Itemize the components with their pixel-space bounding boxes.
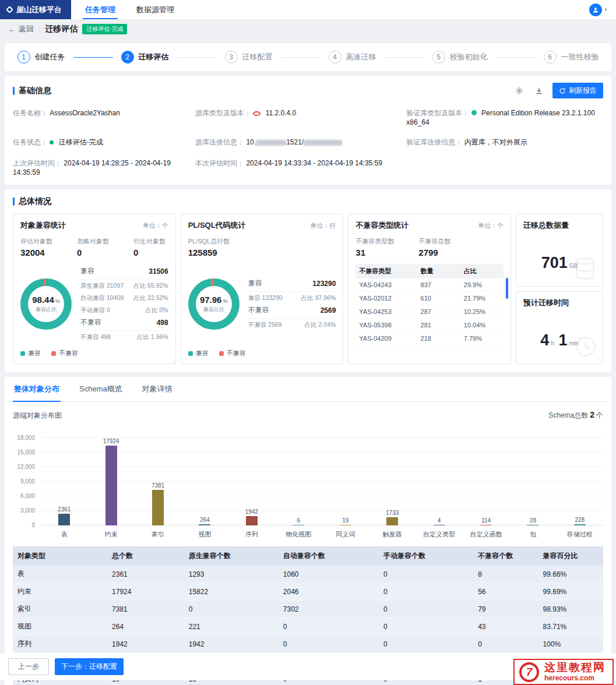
card-title: 预计迁移时间 bbox=[523, 298, 569, 308]
field-value: 11.2.0.4.0 bbox=[266, 109, 297, 117]
table-cell: 99.69% bbox=[538, 583, 603, 601]
object-compat-card: 对象兼容统计 单位：个 评估对象数 32004 忽略对象数 0 衍生对象数 0 bbox=[13, 214, 176, 364]
table-cell: 视图 bbox=[13, 618, 107, 635]
bar-category-label: 同义词 bbox=[336, 530, 355, 539]
masked-text bbox=[256, 140, 286, 146]
tab-schema-overview[interactable]: Schema概览 bbox=[78, 377, 124, 401]
overview-title: 总体情况 bbox=[19, 196, 51, 207]
divider: | bbox=[38, 25, 40, 33]
legend-swatch-incompat bbox=[219, 351, 224, 356]
bar-plot-area: 2361表17924约束7381索引264视图1942序列6物化视图19同义词1… bbox=[41, 438, 603, 525]
bar bbox=[434, 525, 445, 525]
oracle-db-icon bbox=[253, 111, 261, 116]
migration-volume-card: 迁移总数据量 701GB bbox=[516, 214, 603, 287]
nav-tab-task-management[interactable]: 任务管理 bbox=[83, 0, 118, 19]
step-high-speed-migrate[interactable]: 4 高速迁移 bbox=[329, 51, 376, 63]
field-label: 验证库类型及版本： bbox=[406, 109, 469, 117]
step-number: 2 bbox=[121, 51, 134, 63]
incompat-cell: 218 bbox=[417, 332, 460, 345]
bar-column: 2361表 bbox=[41, 438, 87, 525]
table-cell: 8 bbox=[473, 566, 538, 583]
basic-info-panel: 基础信息 刷新报告 任务名称： AssessOracle2Y bbox=[5, 76, 611, 185]
field-label: 源库类型及版本： bbox=[195, 109, 251, 117]
prev-step-button[interactable]: 上一步 bbox=[8, 658, 49, 675]
incompat-table-row: YAS-0201261021.79% bbox=[355, 292, 504, 305]
user-menu[interactable]: ▼ bbox=[589, 3, 608, 16]
y-axis-tick-label: 0 bbox=[31, 522, 35, 528]
step-migration-config[interactable]: 3 迁移配置 bbox=[225, 51, 273, 63]
table-row: 索引73810730207998.93% bbox=[13, 601, 603, 618]
step-create-task[interactable]: 1 创建任务 bbox=[17, 51, 65, 63]
incompat-column-header: 数量 bbox=[417, 264, 460, 278]
bar bbox=[199, 524, 210, 525]
incompat-types-table: 不兼容类型数量占比 YAS-0424383729.9%YAS-020126102… bbox=[355, 264, 504, 358]
bar bbox=[293, 525, 304, 525]
bar-value-label: 2361 bbox=[58, 506, 71, 513]
incompat-cell: 10.04% bbox=[460, 319, 504, 331]
table-cell: 221 bbox=[184, 618, 279, 635]
table-cell: 2361 bbox=[107, 566, 184, 583]
column-header: 不兼容个数 bbox=[473, 546, 538, 566]
table-cell: 15822 bbox=[184, 583, 279, 601]
overview-panel: 总体情况 对象兼容统计 单位：个 评估对象数 32004 忽略对象数 0 衍生对… bbox=[5, 189, 611, 372]
bar-plot: 2361表17924约束7381索引264视图1942序列6物化视图19同义词1… bbox=[41, 438, 603, 525]
incompat-table-body: YAS-0424383729.9%YAS-0201261021.79%YAS-0… bbox=[355, 278, 504, 345]
step-verify-init[interactable]: 5 校验初始化 bbox=[432, 51, 488, 63]
table-cell: 99.66% bbox=[538, 566, 603, 583]
step-consistency-check[interactable]: 6 一致性校验 bbox=[544, 51, 599, 63]
table-cell: 83.71% bbox=[538, 618, 603, 635]
field-value: 10. bbox=[246, 138, 256, 146]
tab-overall-distribution[interactable]: 整体对象分布 bbox=[13, 377, 61, 401]
table-cell: 264 bbox=[107, 618, 184, 635]
breadcrumb: ← 返回 | 迁移评估 迁移评估·完成 bbox=[0, 20, 616, 38]
watermark-text: 这里教程网 herecours.com bbox=[544, 662, 606, 682]
step-label: 一致性校验 bbox=[561, 52, 599, 62]
field-value: 内置库，不对外展示 bbox=[464, 138, 527, 146]
bar-column: 19同义词 bbox=[322, 438, 369, 525]
step-connector bbox=[496, 57, 536, 58]
field-value: AssessOracle2Yashan bbox=[50, 109, 120, 117]
masked-text bbox=[304, 140, 342, 146]
bar-value-label: 7381 bbox=[152, 482, 164, 489]
bar-value-label: 19 bbox=[342, 517, 349, 524]
next-step-button[interactable]: 下一步：迁移配置 bbox=[55, 658, 124, 675]
download-button[interactable] bbox=[533, 84, 545, 97]
migration-volume-value: 701GB bbox=[523, 254, 596, 272]
table-cell: 17924 bbox=[107, 583, 184, 601]
refresh-report-button[interactable]: 刷新报告 bbox=[552, 83, 603, 98]
schema-total: Schema总数2个 bbox=[548, 410, 603, 421]
field-this-assess-time: 本次评估时间： 2024-04-19 14:33:34 - 2024-04-19… bbox=[195, 158, 406, 176]
chart-title: 源端对象分布图 bbox=[13, 411, 62, 421]
bar bbox=[386, 517, 398, 525]
compat-total-row: 兼容31506 bbox=[80, 265, 168, 280]
step-number: 5 bbox=[432, 51, 445, 63]
incompat-cell: 7.79% bbox=[460, 332, 504, 345]
avatar[interactable] bbox=[589, 3, 602, 16]
bar-column: 1942序列 bbox=[228, 438, 275, 525]
table-row: 表2361129310600899.66% bbox=[13, 566, 603, 583]
incompat-table-row: YAS-0424383729.9% bbox=[355, 278, 504, 292]
step-number: 1 bbox=[17, 51, 30, 63]
incompat-cell: 29.9% bbox=[460, 278, 504, 291]
step-migration-assess[interactable]: 2 迁移评估 bbox=[121, 51, 169, 63]
field-source-connection: 源库连接信息： 10.1521/ bbox=[195, 137, 406, 147]
incompat-cell: 287 bbox=[417, 305, 460, 318]
table-cell: 0 bbox=[379, 583, 473, 601]
field-label: 任务状态： bbox=[13, 138, 48, 146]
nav-tab-datasource-management[interactable]: 数据源管理 bbox=[134, 0, 177, 19]
back-label: 返回 bbox=[19, 24, 34, 34]
bar-value-label: 114 bbox=[481, 517, 491, 524]
table-cell: 7302 bbox=[279, 601, 379, 618]
legend-swatch-incompat bbox=[51, 351, 56, 356]
table-cell: 1942 bbox=[107, 635, 184, 653]
tab-object-details[interactable]: 对象详情 bbox=[141, 377, 174, 401]
bar-category-label: 约束 bbox=[105, 530, 118, 539]
distribution-panel: 整体对象分布 Schema概览 对象详情 源端对象分布图 Schema总数2个 … bbox=[5, 377, 611, 685]
card-unit: 单位：行 bbox=[310, 221, 336, 230]
column-header: 自动兼容个数 bbox=[279, 546, 379, 566]
card-title: 不兼容类型统计 bbox=[355, 220, 409, 231]
scrollbar-thumb[interactable] bbox=[506, 278, 508, 299]
back-button[interactable]: ← 返回 bbox=[8, 24, 34, 34]
table-cell: 0 bbox=[279, 635, 379, 653]
settings-button[interactable] bbox=[513, 84, 526, 97]
